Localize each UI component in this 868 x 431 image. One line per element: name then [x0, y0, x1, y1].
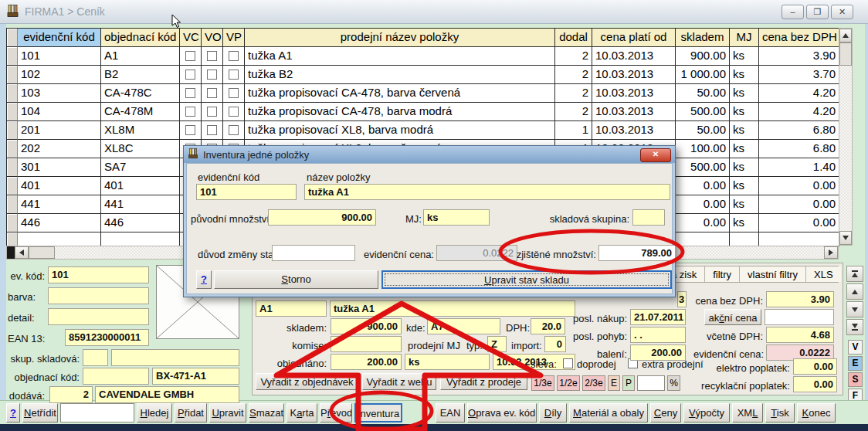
table-row[interactable]: 102B2tužka B2210.03.20131 000.00ks3.70: [7, 66, 839, 84]
dialog-stock-group-field[interactable]: [632, 209, 665, 226]
price-button-p[interactable]: P: [622, 375, 635, 391]
akcni-cena-button[interactable]: akční cena: [704, 309, 761, 325]
baleni-field[interactable]: 200.00: [630, 344, 686, 361]
checkbox[interactable]: [207, 107, 217, 117]
checkbox[interactable]: [185, 88, 195, 98]
percent-input[interactable]: [637, 375, 665, 391]
price-button-1-3e[interactable]: 1/3e: [531, 375, 554, 391]
bottom-button-pridat[interactable]: Přidat: [175, 403, 207, 423]
dialog-storno-button[interactable]: Storno: [214, 270, 378, 289]
checkbox[interactable]: [229, 70, 239, 80]
objednano-qty-field[interactable]: 200.00: [331, 354, 402, 370]
bottom-button-ean[interactable]: EAN: [436, 403, 465, 423]
checkbox[interactable]: [207, 88, 217, 98]
dialog-name-field[interactable]: tužka A1: [304, 184, 670, 200]
column-header-cena-plati-od[interactable]: cena platí od: [592, 29, 676, 47]
column-header-objednaci-kod[interactable]: objednací kód: [101, 29, 180, 47]
checkbox[interactable]: [229, 107, 239, 117]
minimize-button[interactable]: –: [782, 5, 804, 19]
bottom-button-oprava-ev-kodu[interactable]: Oprava ev. kódu: [467, 403, 537, 423]
cena-bez-dph-field[interactable]: 3.90: [766, 291, 834, 307]
scroll-left-icon[interactable]: [15, 246, 29, 259]
bottom-button-upravit[interactable]: Upravit: [209, 403, 246, 423]
skup-skladova-field-2[interactable]: [111, 349, 239, 366]
posl-pohyb-field[interactable]: . .: [630, 327, 686, 343]
tab-filtry[interactable]: filtry: [705, 266, 740, 282]
detail-name-field[interactable]: tužka A1: [330, 300, 575, 317]
record-first-button[interactable]: [846, 266, 863, 282]
close-button[interactable]: ✕: [831, 5, 853, 19]
checkbox[interactable]: [207, 51, 217, 61]
vyradit-web-button[interactable]: Vyřadit z webu: [362, 373, 436, 390]
column-header-mj[interactable]: MJ: [730, 29, 759, 47]
table-row[interactable]: 101A1tužka A1210.03.2013900.00ks3.90: [7, 47, 839, 66]
checkbox[interactable]: [207, 70, 217, 80]
column-header-skladem[interactable]: skladem: [676, 29, 730, 47]
posl-nakup-field[interactable]: 21.07.2011: [630, 309, 686, 325]
komise-field[interactable]: [331, 336, 402, 352]
nav-letter-v[interactable]: V: [848, 340, 863, 355]
column-header-cena-bez-dph[interactable]: cena bez DPH: [759, 29, 839, 47]
bottom-button-ceny[interactable]: Ceny: [650, 403, 681, 423]
typ-field[interactable]: Z: [487, 336, 507, 352]
checkbox[interactable]: [185, 125, 195, 135]
column-header-vp[interactable]: VP: [223, 29, 245, 47]
checkbox[interactable]: [207, 125, 217, 135]
tab-xls[interactable]: XLS: [806, 266, 841, 282]
column-header-prodejni-nazev-polozky[interactable]: prodejní název položky: [245, 29, 555, 47]
vyradit-objednavky-button[interactable]: Vyřadit z objednávek: [256, 373, 358, 390]
nav-letter-s[interactable]: S: [848, 372, 863, 387]
scroll-up-icon[interactable]: [839, 29, 852, 42]
table-vscrollbar[interactable]: [839, 28, 853, 246]
help-button[interactable]: ?: [6, 403, 20, 423]
bottom-button-karta[interactable]: Karta: [287, 403, 317, 423]
dialog-reason-input[interactable]: [272, 245, 355, 261]
ev-kod-field[interactable]: 101: [48, 266, 149, 283]
bottom-button-netridit[interactable]: Netřídit: [22, 403, 58, 423]
bottom-button-hledej[interactable]: Hledej: [137, 403, 172, 423]
detail-code-field[interactable]: A1: [256, 300, 327, 317]
search-input[interactable]: [60, 403, 134, 423]
kde-field[interactable]: A7: [427, 318, 500, 334]
dialog-found-qty-input[interactable]: [598, 245, 676, 261]
vyradit-prodej-button[interactable]: Vyřadit z prodeje: [440, 373, 527, 390]
column-header-dodal[interactable]: dodal: [555, 29, 592, 47]
record-last-button[interactable]: [846, 319, 863, 335]
dialog-code-field[interactable]: 101: [196, 184, 297, 200]
price-button-e[interactable]: E: [608, 375, 620, 391]
price-button-2-3e[interactable]: 2/3e: [582, 375, 605, 391]
detail-field[interactable]: [48, 308, 149, 325]
bottom-button-prevod[interactable]: Převod: [320, 403, 352, 423]
dialog-close-icon[interactable]: ✕: [640, 148, 671, 162]
vscrollbar-thumb[interactable]: [839, 42, 852, 66]
ean13-field[interactable]: 8591230000011: [65, 329, 149, 346]
bottom-button-tisk[interactable]: Tisk: [765, 403, 795, 423]
bottom-button-dily[interactable]: Díly: [539, 403, 567, 423]
elektro-poplatek-field[interactable]: 0.00: [793, 358, 837, 375]
checkbox[interactable]: [185, 107, 195, 117]
akcni-cena-field[interactable]: [765, 309, 834, 325]
maximize-button[interactable]: ❐: [806, 5, 829, 19]
column-header-vc[interactable]: VC: [180, 29, 202, 47]
bottom-button-smazat[interactable]: Smazat: [249, 403, 284, 423]
checkbox[interactable]: [185, 51, 195, 61]
barva-field[interactable]: [48, 287, 149, 304]
dodava-name-field[interactable]: CAVENDALE GMBH: [95, 386, 239, 403]
scroll-right-icon[interactable]: [824, 246, 838, 259]
skup-skladova-field-1[interactable]: [83, 349, 108, 366]
dph-field[interactable]: 20.0: [531, 318, 565, 334]
dialog-orig-qty-field[interactable]: 900.00: [268, 209, 376, 226]
skladem-field[interactable]: 900.00: [331, 318, 402, 334]
tab-vlastni-filtry[interactable]: vlastní filtry: [740, 266, 806, 282]
checkbox[interactable]: [229, 125, 239, 135]
record-next-button[interactable]: [846, 301, 863, 317]
doprodej-checkbox[interactable]: [563, 358, 573, 368]
bottom-button-material-a-obaly[interactable]: Materiál a obaly: [569, 403, 648, 423]
nav-letter-e[interactable]: E: [848, 356, 863, 371]
checkbox[interactable]: [185, 70, 195, 80]
dialog-confirm-button[interactable]: Upravit stav skladu: [381, 270, 672, 289]
dialog-help-button[interactable]: ?: [196, 270, 212, 289]
hscrollbar-thumb[interactable]: [29, 246, 55, 259]
column-header-vo[interactable]: VO: [202, 29, 223, 47]
bottom-button-konec[interactable]: Konec: [797, 403, 836, 423]
